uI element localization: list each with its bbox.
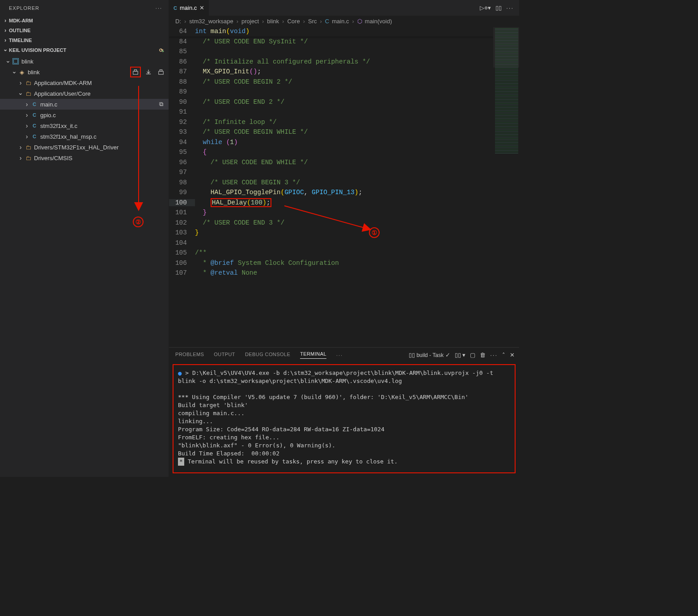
new-terminal-icon[interactable]: ▢ — [470, 352, 475, 358]
tab-main-c[interactable]: C main.c ✕ — [169, 0, 209, 16]
panel-maximize-icon[interactable]: ˄ — [502, 352, 505, 358]
project-node[interactable]: blink — [0, 56, 169, 67]
tab-problems[interactable]: PROBLEMS — [175, 352, 204, 359]
terminal-more-icon[interactable]: ··· — [490, 352, 498, 358]
copy-path-icon[interactable]: ⧉ — [156, 99, 166, 109]
group-cmsis[interactable]: 🗀 Drivers/CMSIS — [0, 153, 169, 163]
section-mdk-arm[interactable]: MDK-ARM — [0, 16, 169, 25]
kill-terminal-icon[interactable]: 🗑 — [480, 352, 486, 358]
target-label: blink — [28, 69, 40, 76]
group-label: Application/User/Core — [34, 90, 90, 97]
c-file-icon: C — [30, 134, 38, 139]
section-keil-project[interactable]: KEIL UVISION PROJECT ⟳+ — [0, 45, 169, 55]
section-timeline[interactable]: TIMELINE — [0, 35, 169, 45]
project-label: blink — [21, 58, 34, 65]
file-main[interactable]: C main.c ⧉ — [0, 99, 169, 110]
close-tab-icon[interactable]: ✕ — [199, 4, 204, 11]
panel-more-icon[interactable]: ··· — [336, 353, 343, 358]
download-button[interactable] — [144, 67, 153, 77]
group-hal[interactable]: 🗀 Drivers/STM32F1xx_HAL_Driver — [0, 142, 169, 153]
build-button[interactable] — [130, 67, 141, 77]
explorer-title: EXPLORER — [9, 5, 39, 11]
group-label: Application/MDK-ARM — [34, 80, 92, 86]
run-button[interactable]: ▷⚙▾ — [480, 4, 491, 11]
rebuild-icon — [158, 69, 164, 75]
file-label: stm32f1xx_hal_msp.c — [40, 133, 97, 140]
split-editor-icon[interactable]: ▯▯ — [495, 4, 502, 11]
project-icon — [13, 58, 19, 64]
editor-area: C main.c ✕ ▷⚙▾ ▯▯ ··· D:› stm32_worksape… — [169, 0, 519, 477]
tab-bar: C main.c ✕ ▷⚙▾ ▯▯ ··· — [169, 0, 519, 16]
bottom-panel: PROBLEMS OUTPUT DEBUG CONSOLE TERMINAL ·… — [169, 347, 519, 477]
terminal-body[interactable]: ● > D:\Keil_v5\UV4\UV4.exe -b d:\stm32_w… — [173, 364, 516, 473]
explorer-sidebar: EXPLORER ··· MDK-ARM OUTLINE TIMELINE KE… — [0, 0, 169, 477]
group-label: Drivers/CMSIS — [34, 155, 72, 161]
terminal-command: D:\Keil_v5\UV4\UV4.exe -b d:\stm32_works… — [178, 370, 497, 384]
group-mdkarm[interactable]: 🗀 Application/MDK-ARM — [0, 77, 169, 88]
panel-close-icon[interactable]: ✕ — [510, 352, 515, 358]
c-file-icon: C — [325, 18, 329, 25]
rebuild-button[interactable] — [156, 67, 166, 77]
download-icon — [145, 69, 152, 75]
svg-rect-1 — [134, 70, 136, 72]
tab-terminal[interactable]: TERMINAL — [300, 351, 326, 359]
split-terminal-icon[interactable]: ▯▯ ▾ — [455, 352, 466, 358]
file-msp[interactable]: C stm32f1xx_hal_msp.c — [0, 131, 169, 142]
code-editor[interactable]: 64 int main(void) 84 /* USER CODE END Sy… — [169, 26, 493, 347]
editor-more-icon[interactable]: ··· — [506, 4, 514, 11]
c-file-icon: C — [30, 123, 38, 128]
file-it[interactable]: C stm32f1xx_it.c — [0, 120, 169, 131]
refresh-icon[interactable]: ⟳+ — [159, 47, 166, 54]
terminal-output: *** Using Compiler 'V5.06 update 7 (buil… — [178, 393, 510, 401]
tab-output[interactable]: OUTPUT — [214, 352, 235, 359]
folder-icon: 🗀 — [24, 90, 32, 97]
c-file-icon: C — [173, 5, 177, 11]
group-usercore[interactable]: 🗀 Application/User/Core — [0, 88, 169, 99]
c-file-icon: C — [30, 102, 38, 107]
file-label: main.c — [40, 101, 57, 108]
svg-rect-0 — [133, 71, 138, 74]
folder-icon: 🗀 — [24, 80, 32, 86]
build-icon — [132, 69, 139, 75]
target-node[interactable]: ◈ blink — [0, 67, 169, 77]
symbol-icon: ⬡ — [357, 18, 362, 25]
file-label: stm32f1xx_it.c — [40, 123, 77, 129]
c-file-icon: C — [30, 112, 38, 118]
minimap[interactable] — [493, 26, 519, 347]
project-tree: blink ◈ blink — [0, 55, 169, 477]
target-icon: ◈ — [18, 69, 26, 76]
folder-icon: 🗀 — [24, 155, 32, 161]
file-label: gpio.c — [40, 112, 56, 119]
tab-label: main.c — [180, 4, 197, 11]
folder-icon: 🗀 — [24, 144, 32, 151]
file-gpio[interactable]: C gpio.c — [0, 110, 169, 120]
group-label: Drivers/STM32F1xx_HAL_Driver — [34, 144, 118, 151]
task-indicator[interactable]: ▯▯ build - Task ✓ — [409, 352, 450, 358]
svg-rect-3 — [160, 70, 162, 72]
section-outline[interactable]: OUTLINE — [0, 25, 169, 35]
breadcrumb[interactable]: D:› stm32_worksape› project› blink› Core… — [169, 16, 519, 26]
svg-rect-2 — [159, 71, 164, 74]
explorer-more-icon[interactable]: ··· — [156, 5, 162, 11]
tab-debug-console[interactable]: DEBUG CONSOLE — [245, 352, 290, 359]
explorer-header: EXPLORER ··· — [0, 0, 169, 16]
